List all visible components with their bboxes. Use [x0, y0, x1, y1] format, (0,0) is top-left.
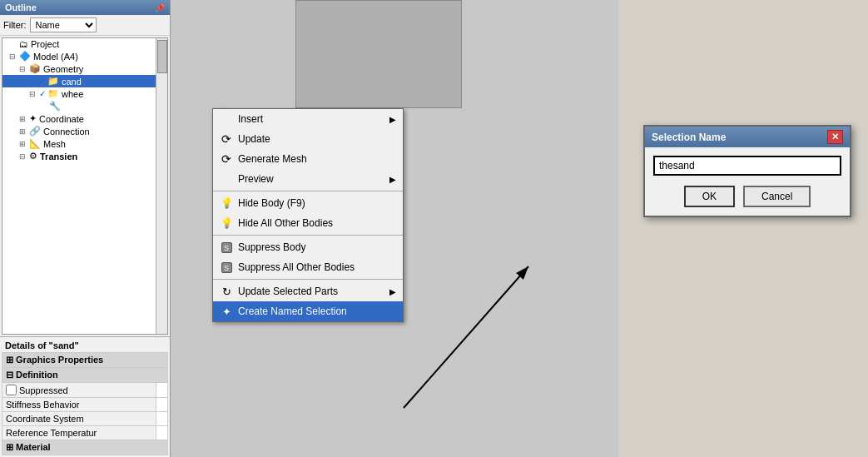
menu-item-suppress-body[interactable]: S Suppress Body — [213, 237, 403, 257]
material-section-header[interactable]: ⊞ Material — [2, 440, 168, 455]
details-table: ⊞ Graphics Properties ⊟ Definition Suppr… — [2, 352, 168, 455]
menu-item-label: Preview — [238, 173, 389, 185]
menu-item-hide-body[interactable]: 💡 Hide Body (F9) — [213, 193, 403, 213]
submenu-arrow: ▶ — [389, 115, 396, 124]
menu-item-label: Update Selected Parts — [238, 286, 389, 297]
menu-separator — [213, 191, 403, 191]
suppressed-value — [156, 383, 167, 398]
stiffness-value — [156, 398, 167, 412]
reference-label: Reference Temperatur — [2, 426, 156, 440]
mesh-icon: 📐 — [29, 138, 41, 149]
tree-item-coordinate[interactable]: ⊞ ✦ Coordinate — [2, 112, 167, 125]
details-row-reference: Reference Temperatur — [2, 426, 168, 440]
sand-icon: 📁 — [47, 76, 59, 87]
tree-item-wheel[interactable]: ⊟ ✓ 📁 whee — [2, 87, 167, 100]
menu-separator — [213, 279, 403, 280]
tree-item-mesh[interactable]: ⊞ 📐 Mesh — [2, 137, 167, 150]
selection-name-input[interactable] — [653, 156, 841, 176]
tree-item-model[interactable]: ⊟ 🔷 Model (A4) — [2, 50, 167, 62]
expand-icon: ⊟ — [6, 370, 13, 380]
menu-item-label: Hide All Other Bodies — [238, 217, 396, 229]
menu-item-preview[interactable]: Preview ▶ — [213, 169, 403, 189]
definition-section-header[interactable]: ⊟ Definition — [2, 368, 168, 383]
menu-item-label: Suppress All Other Bodies — [238, 261, 396, 273]
model-icon: 🔷 — [19, 51, 31, 62]
menu-item-label: Suppress Body — [238, 241, 396, 253]
menu-item-label: Insert — [238, 113, 389, 125]
expand-icon: ⊟ — [29, 90, 37, 98]
context-menu: Insert ▶ ⟳ Update ⟳ Generate Mesh Previe… — [212, 108, 404, 322]
tree-item-sub[interactable]: 🔧 — [2, 100, 167, 112]
tree-item-project[interactable]: 🗂 Project — [2, 38, 167, 50]
suppress-body-icon: S — [220, 241, 233, 254]
tree-area: 🗂 Project ⊟ 🔷 Model (A4) ⊟ 📦 Geometry ✓ … — [2, 37, 168, 335]
selection-name-dialog: Selection Name ✕ OK Cancel — [643, 125, 851, 217]
hide-all-icon: 💡 — [220, 216, 233, 230]
checkmark-icon: ✓ — [39, 89, 46, 98]
details-row-coordinate: Coordinate System — [2, 412, 168, 426]
suppressed-text: Suppressed — [19, 385, 68, 395]
dialog-buttons: OK Cancel — [653, 186, 841, 207]
tree-item-transient[interactable]: ⊟ ⚙ Transien — [2, 150, 167, 162]
expand-icon: ⊞ — [6, 442, 13, 452]
submenu-arrow: ▶ — [389, 287, 396, 296]
transient-icon: ⚙ — [29, 151, 37, 161]
suppress-all-icon: S — [220, 261, 233, 274]
dialog-title: Selection Name — [652, 132, 726, 143]
expand-icon: ⊞ — [6, 355, 13, 365]
update-selected-icon: ↻ — [220, 285, 233, 298]
menu-item-update[interactable]: ⟳ Update — [213, 129, 403, 149]
dialog-close-button[interactable]: ✕ — [827, 130, 843, 144]
coordinate-icon: ✦ — [29, 113, 37, 124]
create-named-icon: ✦ — [220, 305, 233, 318]
suppressed-checkbox[interactable] — [6, 385, 17, 395]
section-label: Material — [16, 442, 51, 452]
checkmark-icon: ✓ — [39, 77, 46, 86]
tree-scrollbar[interactable] — [156, 38, 167, 334]
svg-line-0 — [404, 266, 528, 408]
menu-item-hide-all-other[interactable]: 💡 Hide All Other Bodies — [213, 213, 403, 233]
tree-item-sand[interactable]: ✓ 📁 cand — [2, 75, 167, 87]
ok-button[interactable]: OK — [684, 186, 735, 207]
tree-item-label: Coordinate — [39, 114, 84, 124]
details-row-definition: ⊟ Definition — [2, 368, 168, 383]
section-label: Graphics Properties — [16, 355, 103, 365]
right-area: Selection Name ✕ OK Cancel — [618, 0, 868, 457]
menu-item-label: Generate Mesh — [238, 153, 396, 165]
connections-icon: 🔗 — [29, 126, 41, 137]
update-icon: ⟳ — [220, 132, 233, 146]
cancel-button[interactable]: Cancel — [743, 186, 811, 207]
tree-item-geometry[interactable]: ⊟ 📦 Geometry — [2, 62, 167, 75]
menu-item-update-selected[interactable]: ↻ Update Selected Parts ▶ — [213, 281, 403, 301]
wheel-icon: 📁 — [47, 88, 59, 99]
details-panel: Details of "sand" ⊞ Graphics Properties … — [0, 336, 170, 457]
tree-item-label: Project — [31, 39, 59, 49]
expand-icon: ⊞ — [19, 140, 27, 148]
dialog-body: OK Cancel — [645, 147, 850, 216]
tree-item-label: Geometry — [43, 64, 83, 74]
stiffness-label: Stiffness Behavior — [2, 398, 156, 412]
menu-item-label: Update — [238, 133, 396, 145]
menu-item-create-named[interactable]: ✦ Create Named Selection — [213, 301, 403, 321]
filter-select[interactable]: Name — [30, 17, 97, 32]
menu-item-insert[interactable]: Insert ▶ — [213, 109, 403, 129]
details-row-suppressed: Suppressed — [2, 383, 168, 398]
coordinate-value — [156, 412, 167, 426]
tree-item-label: Connection — [43, 127, 90, 137]
expand-icon: ⊟ — [9, 52, 17, 61]
hide-body-icon: 💡 — [220, 196, 233, 210]
pin-icon[interactable]: 📌 — [155, 3, 165, 12]
menu-item-generate-mesh[interactable]: ⟳ Generate Mesh — [213, 149, 403, 169]
scroll-thumb — [157, 40, 167, 73]
expand-icon: ⊞ — [19, 127, 27, 136]
tree-item-label: cand — [62, 77, 82, 87]
insert-icon — [220, 112, 233, 126]
details-title: Details of "sand" — [2, 339, 168, 352]
tree-item-connections[interactable]: ⊞ 🔗 Connection — [2, 125, 167, 137]
outline-title-bar: Outline 📌 — [0, 0, 170, 15]
menu-item-suppress-all[interactable]: S Suppress All Other Bodies — [213, 257, 403, 277]
coordinate-label: Coordinate System — [2, 412, 156, 426]
graphics-section-header[interactable]: ⊞ Graphics Properties — [2, 353, 168, 368]
tree-item-label: Model (A4) — [33, 52, 78, 62]
filter-row: Filter: Name — [0, 15, 170, 36]
